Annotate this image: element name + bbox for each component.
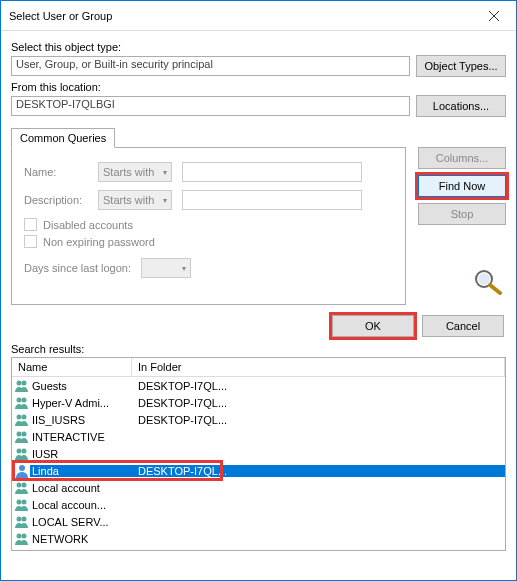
result-folder: DESKTOP-I7QL... <box>132 380 505 392</box>
svg-point-6 <box>22 380 27 385</box>
locations-button[interactable]: Locations... <box>416 95 506 117</box>
result-name: NETWORK <box>30 533 132 545</box>
group-icon <box>14 497 30 513</box>
chevron-down-icon: ▾ <box>163 196 167 205</box>
result-name: Linda <box>30 465 132 477</box>
result-name: IUSR <box>30 448 132 460</box>
cancel-button[interactable]: Cancel <box>422 315 504 337</box>
result-folder: DESKTOP-I7QL... <box>132 397 505 409</box>
description-label: Description: <box>24 194 88 206</box>
chevron-down-icon: ▾ <box>182 264 186 273</box>
search-results-label: Search results: <box>1 343 516 357</box>
location-label: From this location: <box>11 81 506 93</box>
result-name: LOCAL SERV... <box>30 516 132 528</box>
result-name: Local account <box>30 482 132 494</box>
svg-point-15 <box>19 465 25 471</box>
svg-point-14 <box>22 448 27 453</box>
table-row[interactable]: LindaDESKTOP-I7QL... <box>12 462 505 479</box>
svg-line-4 <box>490 285 500 293</box>
group-icon <box>14 429 30 445</box>
table-row[interactable]: IIS_IUSRSDESKTOP-I7QL... <box>12 411 505 428</box>
table-row[interactable]: Local account <box>12 479 505 496</box>
svg-point-19 <box>22 499 27 504</box>
svg-point-11 <box>17 431 22 436</box>
svg-point-3 <box>478 273 490 285</box>
close-button[interactable] <box>472 1 516 31</box>
name-label: Name: <box>24 166 88 178</box>
location-field[interactable]: DESKTOP-I7QLBGI <box>11 96 410 116</box>
column-header-name[interactable]: Name <box>12 358 132 376</box>
days-since-logon-label: Days since last logon: <box>24 262 131 274</box>
query-panel: Name: Starts with▾ Description: Starts w… <box>11 147 406 305</box>
days-since-logon-dropdown[interactable]: ▾ <box>141 258 191 278</box>
close-icon <box>489 11 499 21</box>
svg-point-17 <box>22 482 27 487</box>
svg-point-7 <box>17 397 22 402</box>
group-icon <box>14 412 30 428</box>
table-row[interactable]: LOCAL SERV... <box>12 513 505 530</box>
titlebar: Select User or Group <box>1 1 516 31</box>
result-name: Local accoun... <box>30 499 132 511</box>
result-folder: DESKTOP-I7QL... <box>132 414 505 426</box>
non-expiring-password-checkbox[interactable]: Non expiring password <box>24 235 393 248</box>
group-icon <box>14 378 30 394</box>
result-name: IIS_IUSRS <box>30 414 132 426</box>
object-type-field[interactable]: User, Group, or Built-in security princi… <box>11 56 410 76</box>
result-name: Hyper-V Admi... <box>30 397 132 409</box>
svg-point-5 <box>17 380 22 385</box>
svg-point-22 <box>17 533 22 538</box>
svg-point-21 <box>22 516 27 521</box>
results-list: Name In Folder GuestsDESKTOP-I7QL...Hype… <box>11 357 506 551</box>
table-row[interactable]: Hyper-V Admi...DESKTOP-I7QL... <box>12 394 505 411</box>
name-mode-dropdown[interactable]: Starts with▾ <box>98 162 172 182</box>
svg-point-16 <box>17 482 22 487</box>
group-icon <box>14 514 30 530</box>
description-mode-dropdown[interactable]: Starts with▾ <box>98 190 172 210</box>
name-input[interactable] <box>182 162 362 182</box>
result-name: Guests <box>30 380 132 392</box>
object-type-label: Select this object type: <box>11 41 506 53</box>
svg-point-23 <box>22 533 27 538</box>
table-row[interactable]: GuestsDESKTOP-I7QL... <box>12 377 505 394</box>
chevron-down-icon: ▾ <box>163 168 167 177</box>
window-title: Select User or Group <box>9 10 472 22</box>
column-header-folder[interactable]: In Folder <box>132 358 505 376</box>
group-icon <box>14 531 30 547</box>
find-now-button[interactable]: Find Now <box>418 175 506 197</box>
group-icon <box>14 446 30 462</box>
result-folder: DESKTOP-I7QL... <box>132 465 505 477</box>
ok-button[interactable]: OK <box>332 315 414 337</box>
svg-point-13 <box>17 448 22 453</box>
object-types-button[interactable]: Object Types... <box>416 55 506 77</box>
group-icon <box>14 480 30 496</box>
svg-point-8 <box>22 397 27 402</box>
svg-point-10 <box>22 414 27 419</box>
results-body[interactable]: GuestsDESKTOP-I7QL...Hyper-V Admi...DESK… <box>12 377 505 550</box>
table-row[interactable]: INTERACTIVE <box>12 428 505 445</box>
user-icon <box>14 463 30 479</box>
svg-point-12 <box>22 431 27 436</box>
description-input[interactable] <box>182 190 362 210</box>
table-row[interactable]: IUSR <box>12 445 505 462</box>
search-icon <box>472 267 504 297</box>
table-row[interactable]: NETWORK <box>12 530 505 547</box>
stop-button[interactable]: Stop <box>418 203 506 225</box>
svg-point-18 <box>17 499 22 504</box>
table-row[interactable]: Local accoun... <box>12 496 505 513</box>
group-icon <box>14 395 30 411</box>
svg-point-9 <box>17 414 22 419</box>
svg-point-20 <box>17 516 22 521</box>
columns-button[interactable]: Columns... <box>418 147 506 169</box>
result-name: INTERACTIVE <box>30 431 132 443</box>
disabled-accounts-checkbox[interactable]: Disabled accounts <box>24 218 393 231</box>
tab-common-queries[interactable]: Common Queries <box>11 128 115 148</box>
